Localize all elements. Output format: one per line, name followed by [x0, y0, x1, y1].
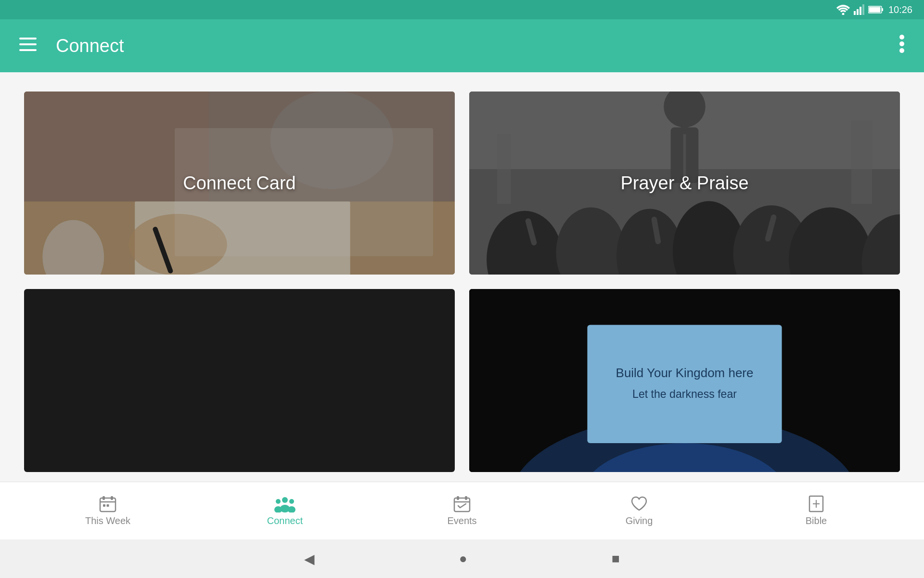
- svg-rect-58: [454, 498, 470, 512]
- svg-rect-10: [19, 49, 37, 51]
- svg-point-53: [276, 499, 281, 504]
- system-nav: ◀ ● ■: [0, 539, 924, 578]
- dark-card-bg: [24, 289, 455, 472]
- status-time: 10:26: [888, 4, 912, 15]
- connect-card-tile[interactable]: Connect Card: [24, 92, 455, 275]
- svg-rect-50: [103, 504, 105, 507]
- nav-item-bible[interactable]: Bible: [787, 495, 845, 526]
- svg-point-11: [899, 35, 904, 39]
- svg-rect-49: [111, 496, 113, 500]
- battery-icon: [868, 5, 884, 14]
- svg-text:Let the darkness fear: Let the darkness fear: [632, 388, 737, 400]
- svg-rect-51: [107, 504, 109, 507]
- status-icons: [836, 4, 884, 15]
- nav-item-connect[interactable]: Connect: [256, 495, 314, 526]
- status-bar: 10:26: [0, 0, 924, 19]
- nav-label-giving: Giving: [626, 515, 653, 526]
- svg-rect-60: [457, 496, 459, 500]
- home-button[interactable]: ●: [459, 551, 467, 566]
- app-title: Connect: [56, 36, 124, 56]
- signal-icon: [854, 4, 864, 15]
- wifi-icon: [836, 4, 850, 15]
- svg-rect-9: [19, 43, 37, 45]
- nav-item-giving[interactable]: Giving: [610, 495, 668, 526]
- recent-button[interactable]: ■: [612, 551, 620, 566]
- hamburger-icon[interactable]: [19, 37, 37, 55]
- sermon-card-tile[interactable]: Build Your Kingdom here Let the darkness…: [469, 289, 900, 472]
- prayer-praise-overlay: Prayer & Praise: [469, 92, 900, 275]
- nav-label-bible: Bible: [806, 515, 827, 526]
- svg-rect-3: [860, 7, 861, 15]
- svg-point-13: [899, 48, 904, 53]
- svg-rect-6: [869, 7, 880, 13]
- heart-icon: [630, 495, 648, 512]
- svg-rect-43: [587, 325, 782, 443]
- svg-point-12: [899, 41, 904, 46]
- more-options-icon[interactable]: [899, 34, 905, 58]
- svg-rect-8: [19, 38, 37, 39]
- prayer-praise-tile[interactable]: Prayer & Praise: [469, 92, 900, 275]
- sermon-illustration: Build Your Kingdom here Let the darkness…: [469, 289, 900, 472]
- dark-card-tile[interactable]: [24, 289, 455, 472]
- svg-text:Build Your Kingdom here: Build Your Kingdom here: [616, 366, 754, 380]
- main-content: Connect Card: [0, 72, 924, 482]
- app-bar-left: Connect: [19, 36, 124, 56]
- svg-rect-1: [854, 11, 856, 15]
- calendar-icon: [99, 495, 116, 512]
- bible-icon: [808, 495, 824, 512]
- nav-label-events: Events: [447, 515, 476, 526]
- connect-card-label: Connect Card: [183, 173, 295, 194]
- prayer-praise-label: Prayer & Praise: [620, 173, 748, 194]
- svg-rect-4: [862, 4, 864, 15]
- people-icon: [274, 495, 295, 512]
- nav-label-this-week: This Week: [85, 515, 130, 526]
- svg-rect-48: [103, 496, 105, 500]
- svg-point-0: [842, 13, 844, 15]
- back-button[interactable]: ◀: [304, 551, 315, 567]
- sermon-card-inner: Build Your Kingdom here Let the darkness…: [469, 289, 900, 472]
- svg-rect-61: [465, 496, 467, 500]
- app-bar: Connect: [0, 19, 924, 72]
- svg-point-54: [289, 499, 294, 504]
- connect-card-overlay: Connect Card: [24, 92, 455, 275]
- bottom-nav: This Week Connect Events Giving: [0, 482, 924, 539]
- svg-rect-7: [882, 8, 883, 11]
- nav-label-connect: Connect: [267, 515, 303, 526]
- svg-point-52: [282, 497, 288, 503]
- event-icon: [453, 495, 471, 512]
- nav-item-events[interactable]: Events: [433, 495, 491, 526]
- nav-item-this-week[interactable]: This Week: [79, 495, 137, 526]
- svg-rect-2: [857, 9, 859, 15]
